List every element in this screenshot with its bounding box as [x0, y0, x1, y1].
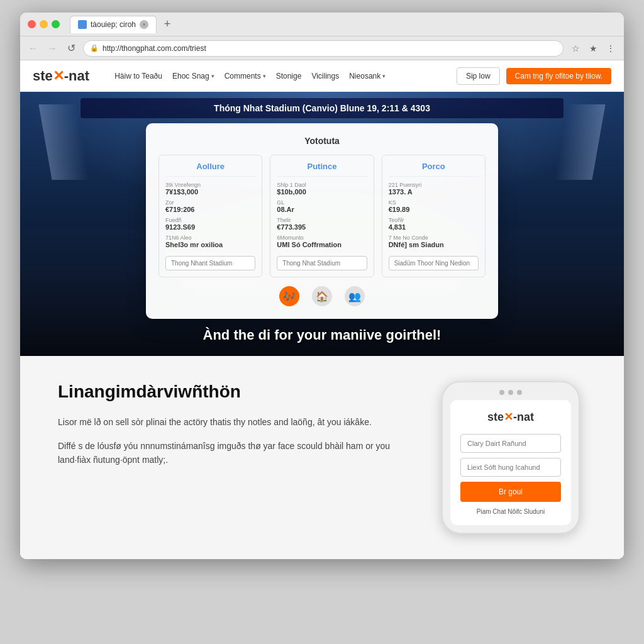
- maximize-traffic-light[interactable]: [52, 20, 60, 28]
- below-fold-text: Linangimdàrviwñthön Lisor më lð on sell …: [58, 381, 404, 477]
- pricing-value: 9123.S69: [165, 223, 255, 231]
- tab-bar: tàouiep; ciroh × +: [70, 16, 616, 33]
- pricing-row: 6Momunto UMI Só Coffrmation: [277, 235, 367, 248]
- pricing-label: Zor: [165, 199, 255, 206]
- phone-logo-prefix: ste: [487, 411, 504, 423]
- pricing-row: Teoñlr 4,831: [389, 217, 479, 231]
- modal-title: Yototuta: [158, 136, 486, 146]
- pricing-label: KS: [389, 199, 479, 206]
- pricing-row: 71N6 Aleo Shel3o mr oxilioa: [165, 235, 255, 248]
- pricing-col-2: Putince Shlp 1 Daol $10b,000 GL 08.Ar Th…: [270, 155, 374, 277]
- phone-logo-x: ✕: [504, 411, 513, 423]
- hero-section: Thóng Nhat Stadium (Canvio) Blune 19, 2:…: [20, 92, 624, 356]
- chevron-down-icon: ▾: [211, 73, 214, 79]
- col-header-2: Putince: [277, 162, 367, 177]
- logo-x: ✕: [53, 68, 64, 84]
- nav-link-comments[interactable]: Comments▾: [225, 72, 266, 80]
- nav-actions: Sip low Cam tng fly ofitoe by tliow.: [457, 67, 611, 85]
- pricing-label: GL: [277, 199, 367, 206]
- site-nav: ste✕-nat Hàiw to Teaðu Ehoc Snag▾ Commen…: [20, 60, 624, 92]
- below-fold-section: Linangimdàrviwñthön Lisor më lð on sell …: [20, 356, 624, 559]
- address-bar[interactable]: 🔒 http://thongphat.com.com/triest: [83, 40, 564, 57]
- speaker-dot: [508, 390, 513, 395]
- pricing-label: Shlp 1 Daol: [277, 182, 367, 188]
- nav-link-ehoc[interactable]: Ehoc Snag▾: [172, 72, 214, 80]
- nav-link-vicilings[interactable]: Vicilings: [311, 72, 339, 80]
- forward-button[interactable]: →: [45, 42, 59, 55]
- back-button[interactable]: ←: [26, 42, 40, 55]
- pricing-row: Shlp 1 Daol $10b,000: [277, 182, 367, 196]
- pricing-value: €773.395: [277, 223, 367, 231]
- pricing-value: $10b,000: [277, 188, 367, 196]
- browser-window: tàouiep; ciroh × + ← → ↺ 🔒 http://thongp…: [20, 13, 624, 559]
- pricing-col-3: Porco 221 Puensyri 1373. A KS €19.89 Teo…: [382, 155, 486, 277]
- col-header-3: Porco: [389, 162, 479, 177]
- pricing-field-2[interactable]: [277, 256, 367, 270]
- address-bar-row: ← → ↺ 🔒 http://thongphat.com.com/triest …: [20, 36, 624, 60]
- close-traffic-light[interactable]: [28, 20, 36, 28]
- security-icon: 🔒: [90, 44, 99, 52]
- bookmark-star-icon[interactable]: ★: [586, 42, 600, 55]
- pricing-label: 7 Me No Conde: [389, 235, 479, 241]
- nav-link-nieosank[interactable]: Nieosank▾: [349, 72, 386, 80]
- home-icon[interactable]: 🏠: [312, 286, 332, 306]
- phone-mockup: ste✕-nat Br goul Piam Chat Nôifc Sluduni: [441, 381, 580, 534]
- pricing-value: Shel3o mr oxilioa: [165, 241, 255, 248]
- url-display: http://thongphat.com.com/triest: [103, 44, 206, 53]
- tab-favicon: [78, 20, 87, 29]
- pricing-value: €19.89: [389, 206, 479, 213]
- pricing-value: 1373. A: [389, 188, 479, 196]
- music-icon[interactable]: 🎶: [279, 286, 299, 306]
- phone-input-2[interactable]: [460, 458, 561, 477]
- phone-footer-text: Piam Chat Nôifc Sluduni: [460, 508, 561, 515]
- pricing-label: 39i Vnrefengn: [165, 182, 255, 188]
- website: ste✕-nat Hàiw to Teaðu Ehoc Snag▾ Commen…: [20, 60, 624, 559]
- pricing-label: 221 Puensyri: [389, 182, 479, 188]
- pricing-value: DNfé] sm Siadun: [389, 241, 479, 248]
- modal-footer-icons: 🎶 🏠 👥: [158, 286, 486, 306]
- active-tab[interactable]: tàouiep; ciroh ×: [70, 16, 157, 33]
- bookmark-icon[interactable]: ☆: [569, 42, 582, 55]
- col-header-1: Aollure: [165, 162, 255, 177]
- cta-button[interactable]: Cam tng fly ofitoe by tliow.: [506, 68, 611, 84]
- pricing-value: 7¥1$3,000: [165, 188, 255, 196]
- minimize-traffic-light[interactable]: [40, 20, 48, 28]
- pricing-row: 7 Me No Conde DNfé] sm Siadun: [389, 235, 479, 248]
- nav-links: Hàiw to Teaðu Ehoc Snag▾ Comments▾ Stoni…: [114, 72, 444, 80]
- pricing-label: 71N6 Aleo: [165, 235, 255, 241]
- hero-tagline: Ànd the di for your maniive goirthel!: [203, 327, 441, 343]
- pricing-col-1: Aollure 39i Vnrefengn 7¥1$3,000 Zor €719…: [158, 155, 262, 277]
- phone-mockup-container: ste✕-nat Br goul Piam Chat Nôifc Sluduni: [435, 381, 586, 534]
- new-tab-button[interactable]: +: [159, 16, 175, 33]
- pricing-value: 4,831: [389, 223, 479, 231]
- nav-link-how-to[interactable]: Hàiw to Teaðu: [114, 72, 162, 80]
- sign-in-button[interactable]: Sip low: [457, 67, 500, 85]
- pricing-row: Fuedñ 9123.S69: [165, 217, 255, 231]
- phone-input-1[interactable]: [460, 434, 561, 453]
- title-bar: tàouiep; ciroh × +: [20, 13, 624, 36]
- logo-suffix: -nat: [64, 68, 89, 84]
- nav-link-storage[interactable]: Stonige: [276, 72, 302, 80]
- group-icon[interactable]: 👥: [345, 286, 365, 306]
- phone-cta-button[interactable]: Br goul: [460, 482, 561, 502]
- pricing-field-3[interactable]: [389, 256, 479, 270]
- pricing-value: 08.Ar: [277, 206, 367, 213]
- pricing-label: Teoñlr: [389, 217, 479, 223]
- site-logo: ste✕-nat: [33, 68, 89, 84]
- chevron-down-icon-3: ▾: [382, 73, 386, 79]
- pricing-row: KS €19.89: [389, 199, 479, 213]
- settings-icon[interactable]: ⋮: [604, 42, 618, 55]
- traffic-lights: [28, 20, 60, 28]
- tab-close-button[interactable]: ×: [140, 20, 148, 29]
- below-fold-heading: Linangimdàrviwñthön: [58, 381, 404, 402]
- pricing-value: UMI Só Coffrmation: [277, 241, 367, 248]
- camera-dot: [499, 390, 504, 395]
- pricing-columns: Aollure 39i Vnrefengn 7¥1$3,000 Zor €719…: [158, 155, 486, 277]
- hero-title: Thóng Nhat Stadium (Canvio) Blune 19, 2:…: [80, 98, 564, 118]
- refresh-button[interactable]: ↺: [64, 42, 78, 55]
- chevron-down-icon-2: ▾: [263, 73, 266, 79]
- pricing-label: 6Momunto: [277, 235, 367, 241]
- tab-title: tàouiep; ciroh: [91, 20, 136, 29]
- pricing-row: Zor €719:206: [165, 199, 255, 213]
- pricing-field-1[interactable]: [165, 256, 255, 270]
